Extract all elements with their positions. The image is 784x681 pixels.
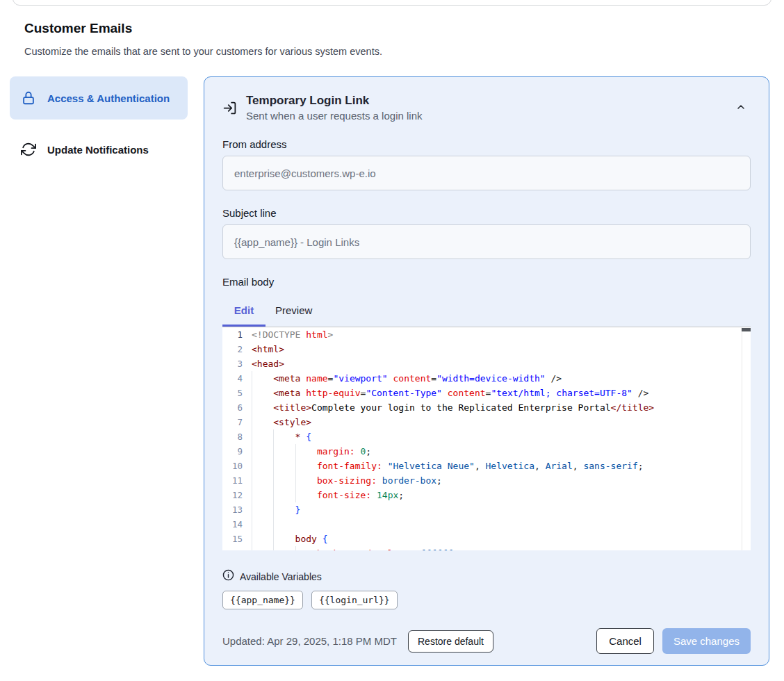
tab-edit[interactable]: Edit: [222, 297, 266, 327]
variable-chips: {{app_name}} {{login_url}}: [222, 591, 751, 609]
from-address-label: From address: [222, 138, 751, 150]
email-body-code-editor[interactable]: 1<!DOCTYPE html>2<html>3<head>4<meta nam…: [222, 327, 751, 550]
page-subtitle: Customize the emails that are sent to yo…: [24, 46, 382, 57]
tab-preview[interactable]: Preview: [266, 297, 322, 327]
editor-scrollbar[interactable]: [742, 327, 751, 550]
restore-default-button[interactable]: Restore default: [408, 630, 493, 653]
page-title: Customer Emails: [24, 21, 132, 36]
subject-line-label: Subject line: [222, 207, 751, 219]
code-lines: 1<!DOCTYPE html>2<html>3<head>4<meta nam…: [222, 327, 751, 550]
chevron-up-icon: [735, 101, 746, 115]
login-icon: [222, 98, 246, 118]
panel-subtitle: Sent when a user requests a login link: [246, 110, 731, 122]
sidebar-item-update-notifications[interactable]: Update Notifications: [10, 132, 188, 167]
from-address-input[interactable]: [222, 156, 751, 190]
cancel-button[interactable]: Cancel: [596, 628, 654, 654]
save-changes-button[interactable]: Save changes: [662, 628, 751, 654]
info-icon: [222, 569, 234, 584]
panel-footer: Updated: Apr 29, 2025, 1:18 PM MDT Resto…: [222, 628, 751, 654]
available-variables-label: Available Variables: [240, 571, 322, 582]
collapse-panel-button[interactable]: [731, 98, 751, 117]
variable-chip-app-name[interactable]: {{app_name}}: [222, 591, 303, 609]
variable-chip-login-url[interactable]: {{login_url}}: [311, 591, 398, 609]
refresh-icon: [21, 142, 36, 157]
email-types-sidebar: Access & Authentication Update Notificat…: [10, 76, 188, 167]
lock-icon: [21, 90, 36, 106]
top-card-edge: [13, 0, 771, 6]
editor-scrollbar-thumb[interactable]: [742, 328, 751, 331]
panel-title: Temporary Login Link: [246, 94, 731, 108]
sidebar-item-access-authentication[interactable]: Access & Authentication: [10, 76, 188, 120]
customer-emails-page: Customer Emails Customize the emails tha…: [0, 0, 784, 681]
sidebar-item-label: Update Notifications: [47, 144, 149, 156]
panel-header: Temporary Login Link Sent when a user re…: [222, 94, 751, 122]
subject-line-input[interactable]: [222, 224, 751, 259]
sidebar-item-label: Access & Authentication: [47, 92, 170, 104]
updated-timestamp: Updated: Apr 29, 2025, 1:18 PM MDT: [222, 635, 397, 647]
email-body-label: Email body: [222, 276, 751, 288]
available-variables-header: Available Variables: [222, 569, 751, 584]
email-body-tabs: Edit Preview: [222, 297, 751, 327]
temporary-login-link-panel: Temporary Login Link Sent when a user re…: [204, 76, 769, 666]
